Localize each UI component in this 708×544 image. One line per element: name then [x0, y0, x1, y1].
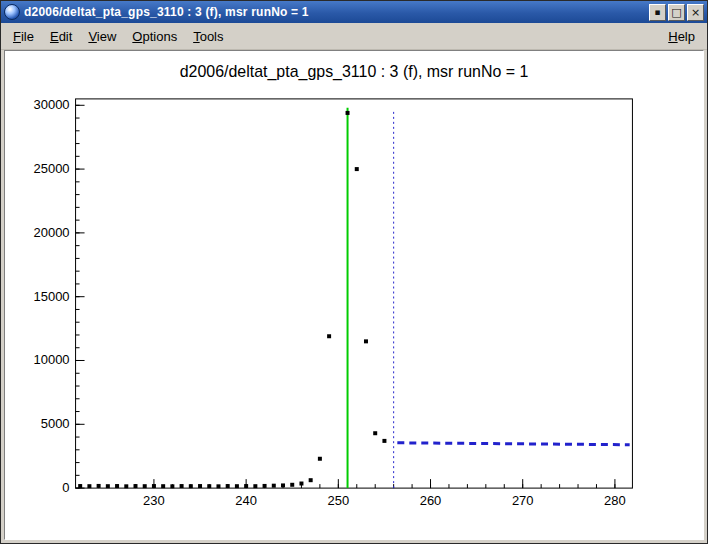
svg-text:d2006/deltat_pta_gps_3110 : 3: d2006/deltat_pta_gps_3110 : 3 (f), msr r…	[180, 63, 529, 81]
svg-text:230: 230	[143, 493, 165, 508]
svg-text:280: 280	[604, 493, 626, 508]
maximize-icon: □	[671, 7, 681, 18]
menu-item-options[interactable]: Options	[124, 26, 185, 47]
close-icon: ×	[691, 7, 700, 18]
svg-text:250: 250	[328, 493, 350, 508]
app-icon	[4, 4, 20, 20]
maximize-button[interactable]: □	[668, 4, 685, 21]
histogram-plot[interactable]: d2006/deltat_pta_gps_3110 : 3 (f), msr r…	[5, 51, 703, 539]
svg-text:15000: 15000	[34, 289, 70, 304]
application-window: d2006/deltat_pta_gps_3110 : 3 (f), msr r…	[0, 0, 708, 544]
svg-text:5000: 5000	[41, 416, 70, 431]
window-controls: ▪ □ ×	[649, 4, 704, 21]
menu-item-edit[interactable]: Edit	[42, 26, 80, 47]
svg-text:30000: 30000	[34, 97, 70, 112]
svg-text:25000: 25000	[34, 161, 70, 176]
svg-text:10000: 10000	[34, 352, 70, 367]
plot-canvas-area[interactable]: d2006/deltat_pta_gps_3110 : 3 (f), msr r…	[4, 50, 704, 540]
menu-item-tools[interactable]: Tools	[185, 26, 231, 47]
svg-text:260: 260	[420, 493, 442, 508]
close-button[interactable]: ×	[687, 4, 704, 21]
menubar: File Edit View Options Tools Help	[1, 23, 707, 50]
window-title: d2006/deltat_pta_gps_3110 : 3 (f), msr r…	[24, 5, 645, 19]
menu-item-view[interactable]: View	[80, 26, 124, 47]
menu-item-file[interactable]: File	[5, 26, 42, 47]
svg-text:270: 270	[512, 493, 534, 508]
svg-text:240: 240	[235, 493, 257, 508]
svg-text:0: 0	[62, 480, 69, 495]
minimize-icon: ▪	[654, 8, 660, 17]
menu-item-help[interactable]: Help	[660, 26, 703, 47]
svg-text:20000: 20000	[34, 225, 70, 240]
minimize-button[interactable]: ▪	[649, 4, 666, 21]
titlebar[interactable]: d2006/deltat_pta_gps_3110 : 3 (f), msr r…	[1, 1, 707, 23]
